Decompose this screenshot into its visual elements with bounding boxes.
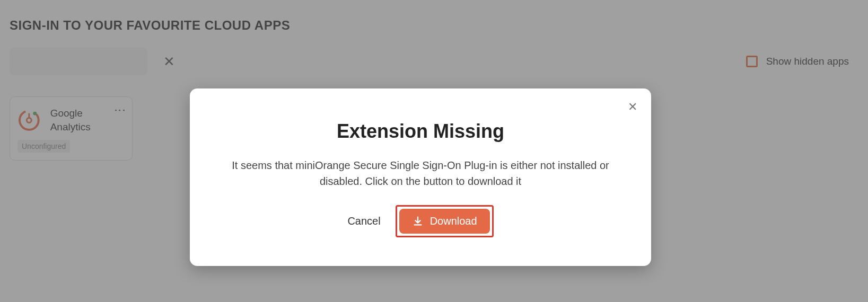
- modal-body: It seems that miniOrange Secure Single S…: [211, 157, 630, 189]
- modal-actions: Cancel Download: [211, 205, 630, 237]
- extension-missing-modal: ✕ Extension Missing It seems that miniOr…: [190, 88, 651, 266]
- download-highlight: Download: [396, 205, 494, 237]
- download-label: Download: [430, 215, 477, 227]
- download-icon: [412, 216, 424, 227]
- close-icon[interactable]: ✕: [628, 100, 637, 114]
- cancel-button[interactable]: Cancel: [347, 215, 380, 227]
- download-button[interactable]: Download: [399, 209, 490, 234]
- modal-title: Extension Missing: [211, 120, 630, 143]
